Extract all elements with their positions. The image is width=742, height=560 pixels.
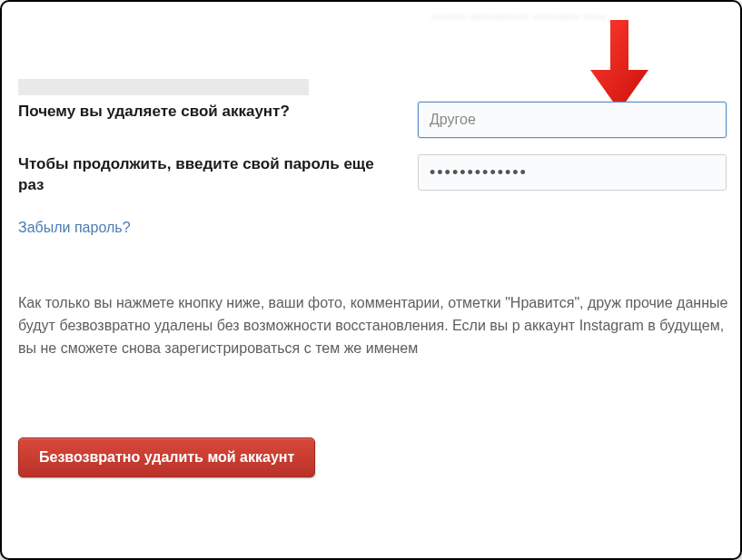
delete-account-panel: ……… …………… ………… …… Почему вы удаляете сво… [0, 0, 742, 560]
password-mask: ••••••••••••• [430, 163, 528, 182]
forgot-password-link[interactable]: Забыли пароль? [18, 220, 131, 236]
password-label: Чтобы продолжить, введите свой пароль ещ… [18, 154, 418, 196]
redacted-bar [18, 79, 309, 95]
delete-account-button[interactable]: Безвозвратно удалить мой аккаунт [18, 437, 315, 477]
password-input[interactable]: ••••••••••••• [418, 154, 727, 191]
arrow-down-icon [583, 20, 656, 111]
top-blurred-text: ……… …………… ………… …… [431, 7, 740, 25]
reason-select[interactable]: Другое [418, 102, 727, 138]
reason-label: Почему вы удаляете свой аккаунт? [18, 102, 418, 123]
warning-text: Как только вы нажмете кнопку ниже, ваши … [18, 292, 740, 359]
reason-select-value: Другое [430, 112, 476, 128]
